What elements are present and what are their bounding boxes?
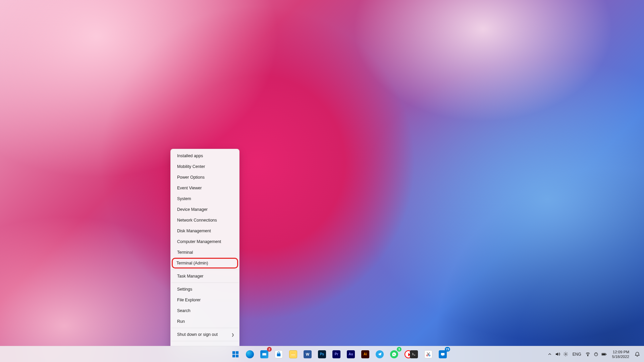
menu-item-label: Task Manager (177, 274, 204, 279)
time-label: 12:09 PM (613, 350, 629, 354)
terminal-icon (410, 350, 418, 358)
menu-item-label: Power Options (177, 175, 205, 180)
menu-separator (171, 269, 238, 270)
svg-rect-0 (232, 351, 235, 354)
menu-terminal[interactable]: Terminal (172, 247, 237, 258)
svg-point-11 (588, 355, 588, 356)
photoshop-icon: Ps (318, 350, 326, 358)
menu-shutdown[interactable]: Shut down or sign out ❯ (172, 329, 237, 340)
taskbar-photoshop[interactable]: Ps (315, 348, 329, 361)
menu-search[interactable]: Search (172, 305, 237, 316)
desktop-wallpaper[interactable]: Installed apps Mobility Center Power Opt… (0, 0, 644, 362)
speaker-icon (555, 352, 560, 357)
menu-item-label: Installed apps (177, 154, 203, 158)
premiere-icon: Pr (332, 350, 340, 358)
taskbar-premiere[interactable]: Pr (330, 348, 343, 361)
taskbar: 2 W Ps Pr Au Ai (0, 346, 644, 362)
audition-icon: Au (347, 350, 355, 358)
power-icon (593, 352, 599, 357)
menu-computer-management[interactable]: Computer Management (172, 236, 237, 247)
notifications-button[interactable] (632, 348, 643, 361)
taskbar-edge[interactable] (243, 348, 257, 361)
illustrator-icon: Ai (361, 350, 369, 358)
svg-rect-9 (442, 355, 443, 356)
menu-power-options[interactable]: Power Options (172, 172, 237, 183)
menu-item-label: File Explorer (177, 298, 201, 302)
menu-system[interactable]: System (172, 193, 237, 204)
menu-separator (171, 341, 238, 341)
taskbar-snipping-tool[interactable] (422, 348, 435, 361)
wifi-icon (585, 352, 591, 357)
svg-rect-8 (441, 353, 445, 355)
chevron-up-icon (547, 352, 552, 357)
menu-item-label: Run (177, 319, 185, 324)
tray-overflow[interactable] (544, 348, 571, 361)
date-label: 5/18/2022 (612, 354, 629, 359)
menu-terminal-admin[interactable]: Terminal (Admin) (172, 258, 238, 268)
menu-item-label: Settings (177, 287, 192, 292)
mail-badge: 2 (267, 347, 272, 352)
svg-rect-2 (232, 354, 235, 357)
start-button[interactable] (229, 348, 242, 361)
menu-item-label: Event Viewer (177, 186, 202, 190)
menu-settings[interactable]: Settings (172, 284, 237, 295)
menu-item-label: Terminal (177, 250, 193, 255)
taskbar-whatsapp[interactable]: 3 (387, 348, 401, 361)
taskbar-running-apps: 73 (407, 348, 449, 361)
menu-item-label: Shut down or sign out (177, 332, 218, 337)
winx-context-menu: Installed apps Mobility Center Power Opt… (170, 149, 239, 355)
tray-network-battery[interactable] (583, 348, 609, 361)
svg-point-10 (565, 353, 567, 355)
menu-mobility-center[interactable]: Mobility Center (172, 161, 237, 172)
menu-file-explorer[interactable]: File Explorer (172, 295, 237, 305)
menu-disk-management[interactable]: Disk Management (172, 226, 237, 236)
menu-item-label: Disk Management (177, 229, 211, 233)
quick-assist-icon (439, 350, 447, 358)
svg-rect-1 (236, 351, 238, 354)
snipping-tool-icon (424, 350, 432, 358)
system-tray: ENG 12:09 PM 5/18/2022 (544, 346, 643, 362)
store-icon (275, 350, 283, 358)
language-indicator[interactable]: ENG (571, 352, 583, 357)
menu-task-manager[interactable]: Task Manager (172, 271, 237, 282)
menu-installed-apps[interactable]: Installed apps (172, 150, 237, 161)
bell-icon (634, 351, 641, 358)
menu-item-label: Device Manager (177, 207, 208, 212)
svg-rect-15 (606, 354, 606, 355)
menu-item-label: System (177, 196, 191, 201)
svg-rect-3 (236, 354, 238, 357)
menu-event-viewer[interactable]: Event Viewer (172, 183, 237, 193)
menu-device-manager[interactable]: Device Manager (172, 204, 237, 215)
taskbar-telegram[interactable] (373, 348, 386, 361)
menu-item-label: Computer Management (177, 239, 221, 244)
menu-item-label: Network Connections (177, 218, 217, 223)
taskbar-store[interactable] (272, 348, 285, 361)
menu-item-label: Search (177, 308, 191, 313)
menu-network-connections[interactable]: Network Connections (172, 215, 237, 226)
svg-rect-14 (602, 354, 605, 355)
taskbar-illustrator[interactable]: Ai (359, 348, 372, 361)
clock[interactable]: 12:09 PM 5/18/2022 (609, 350, 632, 359)
whatsapp-icon (390, 350, 398, 358)
taskbar-mail[interactable]: 2 (258, 348, 271, 361)
telegram-icon (376, 350, 384, 358)
chevron-right-icon: ❯ (231, 333, 234, 337)
menu-item-label: Terminal (Admin) (176, 261, 208, 265)
quick-assist-badge: 73 (445, 347, 450, 352)
taskbar-word[interactable]: W (301, 348, 314, 361)
taskbar-terminal[interactable] (407, 348, 421, 361)
taskbar-file-explorer[interactable] (286, 348, 300, 361)
menu-separator (171, 283, 238, 283)
taskbar-center-apps: 2 W Ps Pr Au Ai (229, 346, 415, 362)
folder-icon (289, 350, 297, 358)
menu-item-label: Mobility Center (177, 164, 205, 169)
svg-rect-4 (277, 353, 281, 356)
menu-run[interactable]: Run (172, 316, 237, 327)
edge-icon (246, 350, 254, 358)
taskbar-quick-assist[interactable]: 73 (436, 348, 449, 361)
menu-separator (171, 328, 238, 328)
word-icon: W (304, 350, 312, 358)
windows-logo-icon (232, 351, 239, 358)
settings-tray-icon (563, 352, 569, 357)
taskbar-audition[interactable]: Au (344, 348, 358, 361)
